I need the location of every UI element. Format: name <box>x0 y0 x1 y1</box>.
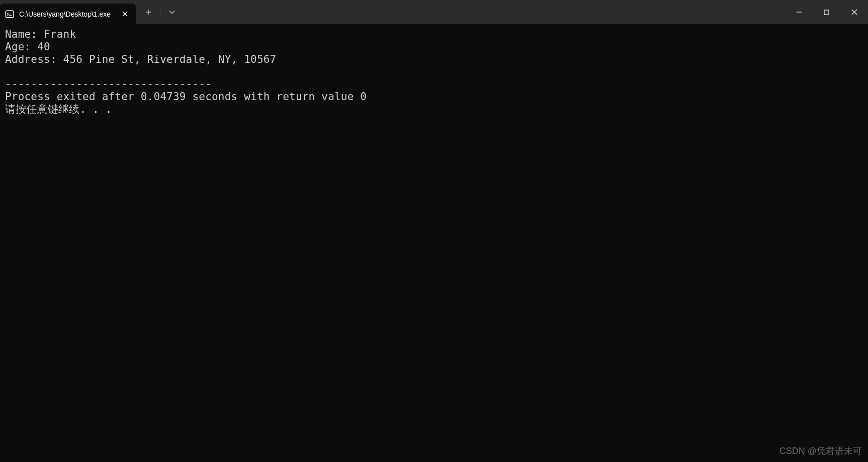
output-line: Age: 40 <box>5 41 50 53</box>
divider <box>160 6 160 18</box>
output-exit-message: Process exited after 0.04739 seconds wit… <box>5 91 367 103</box>
svg-rect-0 <box>6 11 14 18</box>
tab-title: C:\Users\yang\Desktop\1.exe <box>19 10 111 18</box>
watermark: CSDN @凭君语未可 <box>779 445 862 457</box>
titlebar-drag-area[interactable] <box>183 0 785 24</box>
tab-menu-dropdown[interactable] <box>161 2 183 22</box>
close-button[interactable] <box>840 0 868 24</box>
terminal-output[interactable]: Name: Frank Age: 40 Address: 456 Pine St… <box>0 24 868 119</box>
output-line: Address: 456 Pine St, Riverdale, NY, 105… <box>5 53 276 65</box>
maximize-button[interactable] <box>813 0 840 24</box>
output-prompt: 请按任意键继续. . . <box>5 103 112 115</box>
output-line: Name: Frank <box>5 28 76 40</box>
new-tab-button[interactable] <box>138 2 159 22</box>
window-titlebar: C:\Users\yang\Desktop\1.exe <box>0 0 868 24</box>
window-controls <box>785 0 868 24</box>
terminal-icon <box>5 10 14 19</box>
output-separator: -------------------------------- <box>5 78 212 90</box>
svg-rect-3 <box>824 10 829 15</box>
terminal-tab[interactable]: C:\Users\yang\Desktop\1.exe <box>0 4 136 24</box>
minimize-button[interactable] <box>785 0 813 24</box>
tab-close-button[interactable] <box>120 9 130 19</box>
tab-actions <box>138 0 183 24</box>
